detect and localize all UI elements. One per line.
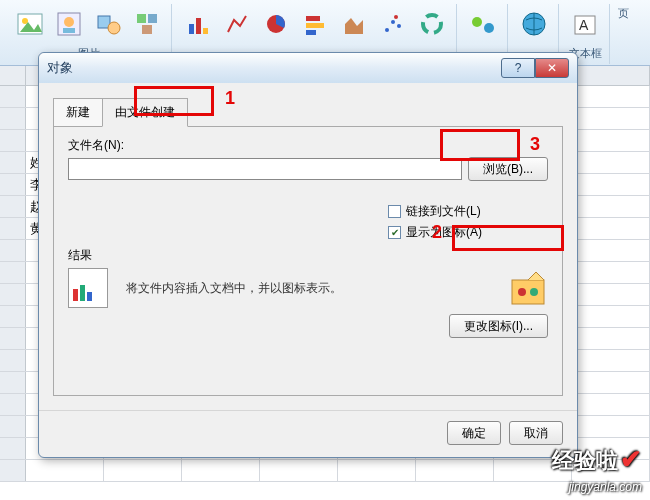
display-as-icon-row[interactable]: ✔ 显示为图标(A) [388,224,548,241]
display-as-icon-label: 显示为图标(A) [406,224,482,241]
svg-text:A: A [579,17,589,33]
result-section: 结果 将文件内容插入文档中，并以图标表示。 更改图标(I)... [68,247,548,338]
column-chart-icon[interactable] [180,4,216,44]
svg-rect-12 [203,28,208,34]
watermark-text: 经验啦 [552,446,618,476]
result-label: 结果 [68,247,548,264]
filename-input[interactable] [68,158,462,180]
svg-rect-16 [306,30,316,35]
svg-rect-4 [63,28,75,33]
watermark: 经验啦 ✔ jingyanla.com [552,444,642,494]
bar-chart-icon[interactable] [297,4,333,44]
svg-point-19 [397,24,401,28]
package-icon [508,268,548,308]
change-icon-button[interactable]: 更改图标(I)... [449,314,548,338]
ribbon-group-page: 页 [612,4,635,64]
close-button[interactable]: ✕ [535,58,569,78]
svg-rect-27 [512,280,544,304]
svg-point-28 [518,288,526,296]
svg-rect-9 [142,25,152,34]
link-to-file-row[interactable]: 链接到文件(L) [388,203,548,220]
svg-point-29 [530,288,538,296]
svg-point-3 [64,17,74,27]
dialog-titlebar[interactable]: 对象 ? ✕ [39,53,577,83]
svg-rect-11 [196,18,201,34]
dialog-title: 对象 [47,59,501,77]
browse-button[interactable]: 浏览(B)... [468,157,548,181]
result-text: 将文件内容插入文档中，并以图标表示。 [126,280,342,297]
dialog-tabs: 新建 由文件创建 [53,97,563,126]
help-button[interactable]: ? [501,58,535,78]
ribbon-label-page: 页 [618,6,629,21]
col-header[interactable] [572,66,650,85]
clipart-icon[interactable] [51,4,87,44]
svg-point-18 [391,20,395,24]
filename-label: 文件名(N): [68,137,548,154]
dialog-actions: 确定 取消 [39,410,577,457]
tab-new[interactable]: 新建 [53,98,102,127]
svg-rect-8 [148,14,157,23]
pie-chart-icon[interactable] [258,4,294,44]
shapes-icon[interactable] [90,4,126,44]
svg-rect-14 [306,16,320,21]
svg-point-6 [108,22,120,34]
area-chart-icon[interactable] [336,4,372,44]
svg-point-1 [22,18,28,24]
svg-point-23 [484,23,494,33]
result-preview-icon [68,268,108,308]
object-dialog: 对象 ? ✕ 新建 由文件创建 文件名(N): 浏览(B)... 链接到文件(L… [38,52,578,458]
picture-icon[interactable] [12,4,48,44]
tab-from-file[interactable]: 由文件创建 [102,98,188,127]
scatter-chart-icon[interactable] [375,4,411,44]
smartart-icon[interactable] [129,4,165,44]
link-to-file-label: 链接到文件(L) [406,203,481,220]
svg-point-21 [423,15,441,33]
hyperlink-icon[interactable] [516,4,552,44]
checkbox-asicon[interactable]: ✔ [388,226,401,239]
watermark-url: jingyanla.com [569,480,642,494]
ok-button[interactable]: 确定 [447,421,501,445]
svg-rect-7 [137,14,146,23]
watermark-check-icon: ✔ [620,444,642,475]
svg-point-17 [385,28,389,32]
tab-panel: 文件名(N): 浏览(B)... 链接到文件(L) ✔ 显示为图标(A) 结果 [53,126,563,396]
line-chart-icon[interactable] [219,4,255,44]
cancel-button[interactable]: 取消 [509,421,563,445]
svg-point-22 [472,17,482,27]
svg-point-20 [394,15,398,19]
other-chart-icon[interactable] [414,4,450,44]
checkbox-link[interactable] [388,205,401,218]
textbox-icon[interactable]: A [567,4,603,44]
svg-rect-15 [306,23,324,28]
sparkline-icon[interactable] [465,4,501,44]
svg-rect-10 [189,24,194,34]
